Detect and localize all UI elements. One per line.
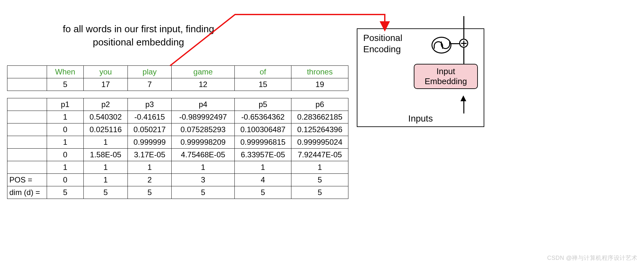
embed-line2: Embedding [414, 76, 477, 86]
positional-encoding-label: Positional Encoding [363, 32, 402, 55]
pos-cell: 2 [128, 174, 172, 186]
p-label-cell: p4 [172, 98, 234, 111]
caption-line2: positional embedding [93, 37, 184, 47]
dim-cell: 5 [47, 186, 84, 199]
val-cell: 0.999996815 [234, 136, 291, 149]
val-cell: 0.999998209 [172, 136, 234, 149]
val-cell: 0.125264396 [291, 123, 348, 136]
row-label-empty [7, 111, 47, 123]
val-cell: 0.050217 [128, 123, 172, 136]
flow-line [463, 16, 464, 39]
p-label-cell: p5 [234, 98, 291, 111]
table-row: 1 1 0.999999 0.999998209 0.999996815 0.9… [7, 136, 348, 149]
table-row: 1 1 1 1 1 1 [7, 161, 348, 174]
word-cell: of [234, 66, 291, 78]
val-cell: 1 [84, 136, 128, 149]
pe-label-line2: Encoding [363, 44, 401, 54]
pos-cell: 5 [291, 174, 348, 186]
pos-cell: 0 [47, 174, 84, 186]
table-row-dim: dim (d) = 5 5 5 5 5 5 [7, 186, 348, 199]
val-cell: 0.540302 [84, 111, 128, 123]
dim-cell: 5 [172, 186, 234, 199]
id-cell: 17 [84, 78, 128, 91]
val-cell: 3.17E-05 [128, 149, 172, 161]
val-cell: 1 [84, 161, 128, 174]
val-cell: 0.999999 [128, 136, 172, 149]
val-cell: -0.989992497 [172, 111, 234, 123]
positional-embedding-table: When you play game of thrones 5 17 7 12 … [7, 65, 348, 199]
pe-label-line1: Positional [363, 33, 402, 43]
table-row: 1 0.540302 -0.41615 -0.989992497 -0.6536… [7, 111, 348, 123]
p-label-cell: p1 [47, 98, 84, 111]
val-cell: 0.283662185 [291, 111, 348, 123]
row-label-dim: dim (d) = [7, 186, 47, 199]
val-cell: 1 [47, 136, 84, 149]
dim-cell: 5 [234, 186, 291, 199]
id-cell: 7 [128, 78, 172, 91]
table-row-ids: 5 17 7 12 15 19 [7, 78, 348, 91]
inputs-label: Inputs [357, 113, 484, 124]
val-cell: 6.33957E-05 [234, 149, 291, 161]
id-cell: 5 [47, 78, 84, 91]
val-cell: -0.41615 [128, 111, 172, 123]
word-cell: you [84, 66, 128, 78]
dim-cell: 5 [128, 186, 172, 199]
val-cell: 0 [47, 149, 84, 161]
val-cell: 1 [234, 161, 291, 174]
id-cell: 12 [172, 78, 234, 91]
dim-cell: 5 [291, 186, 348, 199]
word-cell: play [128, 66, 172, 78]
row-label-empty [7, 149, 47, 161]
spacer-row [7, 91, 348, 98]
caption: fo all words in our first input, finding… [26, 23, 251, 49]
table-row-words: When you play game of thrones [7, 66, 348, 78]
dim-cell: 5 [84, 186, 128, 199]
table-row-plabels: p1 p2 p3 p4 p5 p6 [7, 98, 348, 111]
id-cell: 19 [291, 78, 348, 91]
val-cell: 0.075285293 [172, 123, 234, 136]
embed-line1: Input [414, 66, 477, 76]
val-cell: 0.025116 [84, 123, 128, 136]
row-label-empty [7, 78, 47, 91]
row-label-empty [7, 123, 47, 136]
val-cell: 1 [291, 161, 348, 174]
row-label-empty [7, 136, 47, 149]
table-row-pos: POS = 0 1 2 3 4 5 [7, 174, 348, 186]
row-label-empty [7, 66, 47, 78]
pos-cell: 3 [172, 174, 234, 186]
table-row: 0 1.58E-05 3.17E-05 4.75468E-05 6.33957E… [7, 149, 348, 161]
p-label-cell: p2 [84, 98, 128, 111]
val-cell: -0.65364362 [234, 111, 291, 123]
val-cell: 1 [47, 161, 84, 174]
val-cell: 1 [128, 161, 172, 174]
row-label-pos: POS = [7, 174, 47, 186]
sine-wave-icon [431, 37, 451, 54]
flow-line [463, 48, 464, 64]
val-cell: 1 [47, 111, 84, 123]
val-cell: 1 [172, 161, 234, 174]
row-label-empty [7, 98, 47, 111]
row-label-empty [7, 161, 47, 174]
flow-line [463, 99, 464, 113]
val-cell: 0.999995024 [291, 136, 348, 149]
input-embedding-box: Input Embedding [414, 64, 478, 89]
caption-line1: fo all words in our first input, finding [63, 24, 214, 34]
add-node-icon [459, 39, 468, 48]
table-row: 0 0.025116 0.050217 0.075285293 0.100306… [7, 123, 348, 136]
id-cell: 15 [234, 78, 291, 91]
val-cell: 4.75468E-05 [172, 149, 234, 161]
pos-cell: 1 [84, 174, 128, 186]
p-label-cell: p3 [128, 98, 172, 111]
val-cell: 0.100306487 [234, 123, 291, 136]
transformer-block-diagram: Positional Encoding Input Embedding Inpu… [357, 28, 484, 127]
watermark: CSDN @禅与计算机程序设计艺术 [547, 254, 638, 262]
word-cell: game [172, 66, 234, 78]
val-cell: 0 [47, 123, 84, 136]
pos-cell: 4 [234, 174, 291, 186]
word-cell: thrones [291, 66, 348, 78]
p-label-cell: p6 [291, 98, 348, 111]
val-cell: 7.92447E-05 [291, 149, 348, 161]
word-cell: When [47, 66, 84, 78]
val-cell: 1.58E-05 [84, 149, 128, 161]
